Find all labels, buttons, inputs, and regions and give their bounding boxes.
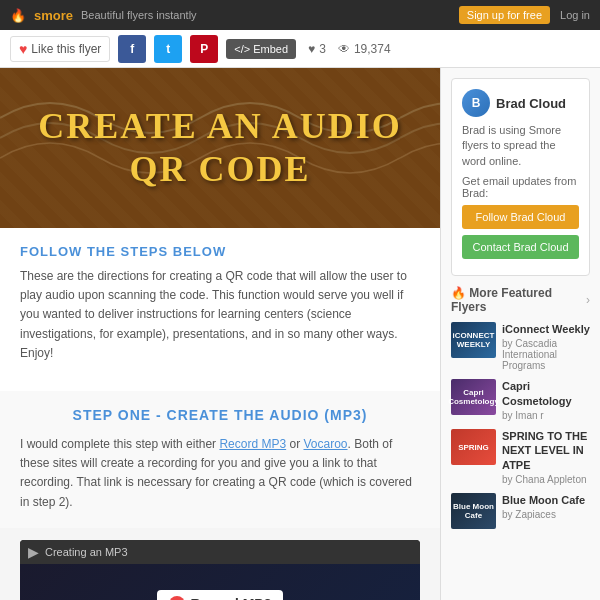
featured-items-list: iCONNECT WEEKLY iConnect Weekly by Casca…	[451, 322, 590, 529]
contact-button[interactable]: Contact Brad Cloud	[462, 235, 579, 259]
tagline: Beautiful flyers instantly	[81, 9, 197, 21]
record-logo: Record MP3	[157, 590, 284, 600]
facebook-button[interactable]: f	[118, 35, 146, 63]
thumb-content: Capri Cosmetology	[451, 379, 496, 415]
step1-body: I would complete this step with either R…	[20, 435, 420, 512]
follow-button[interactable]: Follow Brad Cloud	[462, 205, 579, 229]
login-link[interactable]: Log in	[560, 9, 590, 21]
featured-info: iConnect Weekly by Cascadia Internationa…	[502, 322, 590, 371]
featured-name: SPRING TO THE NEXT LEVEL IN ATPE	[502, 429, 590, 472]
header-right: Sign up for free Log in	[459, 6, 590, 24]
like-label: Like this flyer	[31, 42, 101, 56]
featured-name: Blue Moon Cafe	[502, 493, 590, 507]
featured-by: by Cascadia International Programs	[502, 338, 590, 371]
embed-button[interactable]: </> Embed	[226, 39, 296, 59]
featured-thumbnail: iCONNECT WEEKLY	[451, 322, 496, 358]
featured-icon: 🔥	[451, 286, 466, 300]
logo[interactable]: smore	[34, 8, 73, 23]
video-thumbnail[interactable]: Record MP3	[20, 564, 420, 600]
featured-name: Capri Cosmetology	[502, 379, 590, 408]
featured-title: 🔥 More Featured Flyers	[451, 286, 586, 314]
featured-by: by Zapiaces	[502, 509, 590, 520]
featured-item[interactable]: iCONNECT WEEKLY iConnect Weekly by Casca…	[451, 322, 590, 371]
signup-button[interactable]: Sign up for free	[459, 6, 550, 24]
featured-item[interactable]: Blue Moon Cafe Blue Moon Cafe by Zapiace…	[451, 493, 590, 529]
play-icon[interactable]: ▶	[28, 544, 39, 560]
thumb-content: iCONNECT WEEKLY	[451, 322, 496, 358]
brad-description: Brad is using Smore flyers to spread the…	[462, 123, 579, 169]
featured-by: by Chana Appleton	[502, 474, 590, 485]
section1-body: These are the directions for creating a …	[20, 267, 420, 363]
main-layout: Create an Audio QR Code Follow The Steps…	[0, 68, 600, 600]
like-button[interactable]: ♥ Like this flyer	[10, 36, 110, 62]
pinterest-button[interactable]: P	[190, 35, 218, 63]
eye-icon: 👁	[338, 42, 350, 56]
hero-title: Create an Audio QR Code	[20, 105, 420, 191]
header-left: 🔥 smore Beautiful flyers instantly	[10, 8, 197, 23]
toolbar-stats: ♥ 3 👁 19,374	[308, 42, 391, 56]
record-circle-icon	[169, 596, 185, 600]
brad-header: B Brad Cloud	[462, 89, 579, 117]
featured-by: by Iman r	[502, 410, 590, 421]
flame-icon: 🔥	[10, 8, 26, 23]
record-mp3-link[interactable]: Record MP3	[219, 437, 286, 451]
twitter-button[interactable]: t	[154, 35, 182, 63]
embed-code-icon: </>	[234, 43, 250, 55]
header: 🔥 smore Beautiful flyers instantly Sign …	[0, 0, 600, 30]
views-stat: 👁 19,374	[338, 42, 391, 56]
featured-arrow-icon[interactable]: ›	[586, 293, 590, 307]
brad-email-label: Get email updates from Brad:	[462, 175, 579, 199]
featured-header: 🔥 More Featured Flyers ›	[451, 286, 590, 314]
heart-stat-icon: ♥	[308, 42, 315, 56]
thumb-content: SPRING	[451, 429, 496, 465]
featured-info: SPRING TO THE NEXT LEVEL IN ATPE by Chan…	[502, 429, 590, 485]
sidebar: B Brad Cloud Brad is using Smore flyers …	[440, 68, 600, 600]
brad-card: B Brad Cloud Brad is using Smore flyers …	[451, 78, 590, 276]
section1-heading: Follow The Steps Below	[20, 244, 420, 259]
record-text: Record MP3	[191, 596, 272, 600]
featured-item[interactable]: Capri Cosmetology Capri Cosmetology by I…	[451, 379, 590, 421]
featured-name: iConnect Weekly	[502, 322, 590, 336]
thumb-content: Blue Moon Cafe	[451, 493, 496, 529]
brad-name: Brad Cloud	[496, 96, 566, 111]
video-title: Creating an MP3	[45, 546, 128, 558]
featured-thumbnail: SPRING	[451, 429, 496, 465]
content-area: Create an Audio QR Code Follow The Steps…	[0, 68, 440, 600]
featured-info: Capri Cosmetology by Iman r	[502, 379, 590, 421]
vocaroo-link[interactable]: Vocaroo	[303, 437, 347, 451]
hearts-count: 3	[319, 42, 326, 56]
article-section: Follow The Steps Below These are the dir…	[0, 228, 440, 391]
step-section: Step One - Create The Audio (MP3) I woul…	[0, 391, 440, 528]
video-box[interactable]: ▶ Creating an MP3 Record MP3	[20, 540, 420, 600]
featured-thumbnail: Blue Moon Cafe	[451, 493, 496, 529]
hero-section: Create an Audio QR Code	[0, 68, 440, 228]
toolbar: ♥ Like this flyer f t P </> Embed ♥ 3 👁 …	[0, 30, 600, 68]
featured-info: Blue Moon Cafe by Zapiaces	[502, 493, 590, 529]
heart-icon: ♥	[19, 41, 27, 57]
video-label: ▶ Creating an MP3	[20, 540, 420, 564]
hearts-stat: ♥ 3	[308, 42, 326, 56]
avatar: B	[462, 89, 490, 117]
views-count: 19,374	[354, 42, 391, 56]
featured-thumbnail: Capri Cosmetology	[451, 379, 496, 415]
step1-heading: Step One - Create The Audio (MP3)	[20, 407, 420, 423]
featured-section: 🔥 More Featured Flyers › iCONNECT WEEKLY…	[451, 286, 590, 529]
featured-item[interactable]: SPRING SPRING TO THE NEXT LEVEL IN ATPE …	[451, 429, 590, 485]
